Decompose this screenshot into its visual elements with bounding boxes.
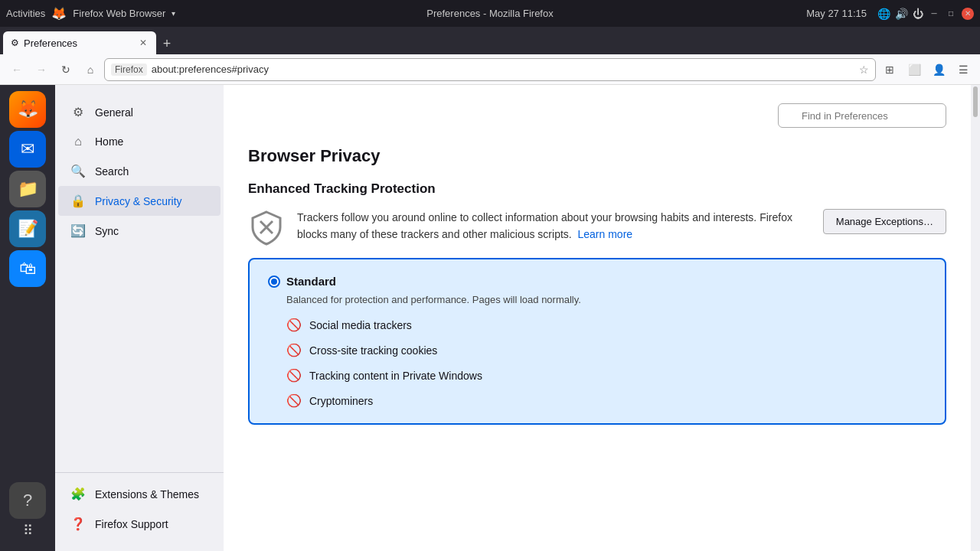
find-in-preferences-input[interactable] [778, 103, 946, 128]
support-sidebar-icon: ❓ [70, 517, 86, 531]
taskbar-writer[interactable]: 📝 [9, 210, 46, 247]
sync-sidebar-icon: 🔄 [70, 223, 86, 238]
tracking-info: Trackers follow you around online to col… [248, 209, 946, 246]
sidebar-item-search[interactable]: 🔍 Search [58, 156, 220, 186]
app-dropdown-icon[interactable]: ▾ [172, 9, 175, 18]
writer-icon: 📝 [18, 219, 38, 239]
appstore-icon: 🛍 [19, 259, 36, 279]
minimize-button[interactable]: ─ [928, 8, 940, 20]
close-button[interactable]: ✕ [962, 8, 974, 20]
volume-icon: 🔊 [895, 8, 908, 20]
tracking-description: Trackers follow you around online to col… [297, 209, 811, 243]
cookies-block-icon: 🚫 [286, 343, 302, 357]
block-item-cookies-label: Cross-site tracking cookies [309, 344, 437, 357]
forward-icon: → [36, 64, 47, 76]
tabbar: ⚙ Preferences ✕ + [0, 27, 980, 54]
home-button[interactable]: ⌂ [80, 59, 101, 80]
scrollbar[interactable] [971, 85, 980, 551]
new-tab-button[interactable]: + [156, 33, 178, 54]
private-block-icon: 🚫 [286, 368, 302, 383]
firefox-icon: 🦊 [18, 99, 38, 119]
bookmark-icon[interactable]: ☆ [859, 64, 869, 76]
general-icon: ⚙ [70, 105, 86, 119]
window-title: Preferences - Mozilla Firefox [426, 8, 553, 19]
titlebar-left: Activities 🦊 Firefox Web Browser ▾ [6, 6, 175, 21]
block-item-private-label: Tracking content in Private Windows [309, 370, 482, 382]
tab-icon: ⚙ [11, 37, 19, 48]
block-item-social-label: Social media trackers [309, 319, 412, 331]
tab-close-button[interactable]: ✕ [138, 36, 149, 50]
taskbar-firefox[interactable]: 🦊 [9, 91, 46, 128]
sidebar-item-label-privacy: Privacy & Security [95, 195, 182, 207]
block-item-private: 🚫 Tracking content in Private Windows [286, 368, 926, 383]
standard-description: Balanced for protection and performance.… [286, 294, 926, 305]
profile-icon: 👤 [933, 64, 946, 76]
block-item-social: 🚫 Social media trackers [286, 318, 926, 332]
taskbar-grid-button[interactable]: ⠿ [23, 522, 33, 539]
sidebar-item-label-general: General [95, 106, 133, 119]
sidebar-item-label-home: Home [95, 135, 123, 148]
scrollbar-thumb[interactable] [973, 86, 978, 117]
files-icon: 📁 [18, 179, 38, 199]
tab-manager-icon: ⊞ [885, 64, 894, 76]
url-bar[interactable]: Firefox about:preferences#privacy ☆ [104, 58, 876, 81]
page-title: Browser Privacy [248, 146, 946, 166]
datetime: May 27 11:15 [806, 8, 867, 20]
crypto-block-icon: 🚫 [286, 393, 302, 408]
app-name: Firefox Web Browser [73, 8, 165, 19]
sidebar-item-privacy[interactable]: 🔒 Privacy & Security [58, 186, 220, 216]
learn-more-link[interactable]: Learn more [577, 228, 632, 240]
activities-label[interactable]: Activities [6, 8, 45, 19]
standard-radio-label: Standard [286, 275, 336, 288]
taskbar: 🦊 ✉ 📁 📝 🛍 ? ⠿ [0, 85, 55, 551]
profile-button[interactable]: 👤 [928, 59, 949, 80]
home-icon: ⌂ [87, 64, 93, 76]
shield-icon [248, 209, 285, 246]
standard-radio-button[interactable] [268, 276, 280, 288]
back-icon: ← [11, 64, 22, 76]
grid-icon: ⠿ [23, 523, 33, 538]
maximize-button[interactable]: □ [945, 8, 957, 20]
sidebar-item-label-sync: Sync [95, 225, 119, 237]
search-sidebar-icon: 🔍 [70, 164, 86, 178]
manage-exceptions-button[interactable]: Manage Exceptions… [823, 209, 946, 234]
taskbar-email[interactable]: ✉ [9, 131, 46, 168]
sidebar-item-extensions[interactable]: 🧩 Extensions & Themes [58, 479, 220, 509]
taskbar-help[interactable]: ? [9, 482, 46, 519]
network-icon: 🌐 [877, 8, 890, 20]
forward-button[interactable]: → [31, 59, 52, 80]
sidebar-bottom: 🧩 Extensions & Themes ❓ Firefox Support [55, 472, 224, 539]
block-item-crypto-label: Cryptominers [309, 395, 373, 407]
url-text: about:preferences#privacy [152, 64, 269, 75]
screenshots-icon: ⬜ [908, 64, 921, 76]
find-input-wrapper: 🔍 [778, 103, 946, 128]
reload-button[interactable]: ↻ [55, 59, 77, 80]
home-sidebar-icon: ⌂ [70, 135, 86, 148]
preferences-tab[interactable]: ⚙ Preferences ✕ [3, 31, 156, 54]
extensions-sidebar-icon: 🧩 [70, 487, 86, 501]
menu-button[interactable]: ☰ [952, 59, 974, 80]
sidebar-item-label-support: Firefox Support [95, 518, 168, 530]
tab-manager-button[interactable]: ⊞ [879, 59, 900, 80]
taskbar-files[interactable]: 📁 [9, 171, 46, 207]
sidebar-item-sync[interactable]: 🔄 Sync [58, 216, 220, 246]
screenshots-button[interactable]: ⬜ [903, 59, 925, 80]
block-items-list: 🚫 Social media trackers 🚫 Cross-site tra… [286, 318, 926, 408]
social-block-icon: 🚫 [286, 318, 302, 332]
sidebar-spacer [55, 246, 224, 472]
section-title: Enhanced Tracking Protection [248, 181, 946, 197]
sidebar-item-general[interactable]: ⚙ General [58, 97, 220, 127]
back-button[interactable]: ← [6, 59, 28, 80]
tab-label: Preferences [24, 37, 133, 49]
taskbar-appstore[interactable]: 🛍 [9, 250, 46, 287]
content-area: 🔍 Browser Privacy Enhanced Tracking Prot… [224, 85, 971, 551]
shield-icon-wrapper [248, 209, 285, 246]
main-layout: 🦊 ✉ 📁 📝 🛍 ? ⠿ ⚙ General ⌂ Home [0, 85, 980, 551]
sidebar-item-home[interactable]: ⌂ Home [58, 127, 220, 156]
standard-radio-row: Standard [268, 275, 926, 288]
power-icon: ⏻ [913, 8, 923, 20]
app-icon: 🦊 [51, 6, 67, 21]
find-bar: 🔍 [248, 103, 946, 128]
sidebar-item-support[interactable]: ❓ Firefox Support [58, 509, 220, 539]
sidebar-item-label-search: Search [95, 165, 129, 178]
